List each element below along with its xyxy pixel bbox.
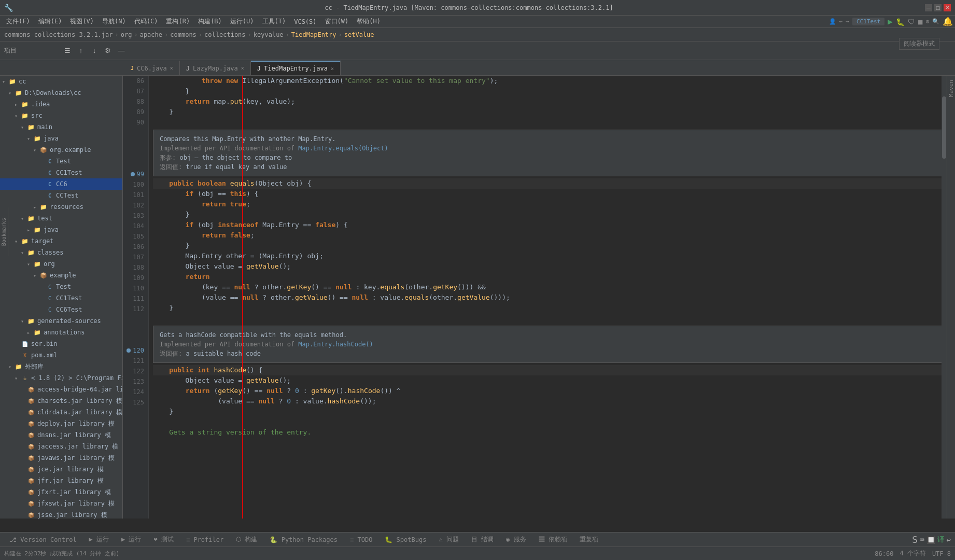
tree-item-example-classes[interactable]: ▾ 📦 example xyxy=(0,270,122,281)
bottom-tab-vc[interactable]: ⎇ Version Control xyxy=(4,535,82,544)
run-with-coverage[interactable]: 🛡 xyxy=(908,18,915,26)
tree-item-test-folder[interactable]: ▾ 📁 test xyxy=(0,213,122,224)
bottom-tab-duplicates[interactable]: 重复项 xyxy=(574,534,603,545)
menu-window[interactable]: 窗口(W) xyxy=(321,16,353,27)
bottom-tab-deps[interactable]: ☰ 依赖项 xyxy=(533,534,572,545)
tree-item-test[interactable]: C Test xyxy=(0,156,122,167)
bottom-tab-build[interactable]: ⬡ 构建 xyxy=(231,534,262,545)
bottom-tab-issues[interactable]: ⚠ 问题 xyxy=(433,534,464,545)
tree-item-deploy[interactable]: 📦 deploy.jar library 模 xyxy=(0,418,122,429)
tree-item-charsets[interactable]: 📦 charsets.jar library 模 xyxy=(0,395,122,407)
toolbar-settings[interactable]: ⚙ xyxy=(102,45,114,57)
menu-build[interactable]: 构建(B) xyxy=(194,16,226,27)
breadcrumb-tiedmapentry[interactable]: TiedMapEntry xyxy=(291,31,336,38)
tab-close-tiedmapentry[interactable]: × xyxy=(331,66,334,72)
bottom-tab-python[interactable]: 🐍 Python Packages xyxy=(264,535,343,544)
tree-item-src[interactable]: ▾ 📁 src xyxy=(0,110,122,121)
tab-cc6java[interactable]: J CC6.java × xyxy=(124,61,180,75)
bottom-tab-run2[interactable]: ▶ 运行 xyxy=(116,534,146,545)
toolbar-minimize[interactable]: — xyxy=(116,45,127,57)
maximize-button[interactable]: □ xyxy=(934,4,942,11)
scrollbar-thumb[interactable] xyxy=(942,96,946,159)
tree-item-jdk[interactable]: ▾ ☕ < 1.8 (2) > C:\Program Files\Java\jd… xyxy=(0,372,122,384)
menu-help[interactable]: 帮助(H) xyxy=(353,16,385,27)
tree-item-cc6[interactable]: C CC6 xyxy=(0,178,122,190)
return-icon[interactable]: ↩ xyxy=(947,536,951,544)
search-everywhere[interactable]: 🔍 xyxy=(932,18,939,25)
tree-item-annotations[interactable]: ▸ 📁 annotations xyxy=(0,327,122,338)
breadcrumb-commons[interactable]: commons xyxy=(170,31,196,38)
breadcrumb-keyvalue[interactable]: keyvalue xyxy=(254,31,284,38)
code-scrollbar[interactable] xyxy=(942,76,947,519)
layout-icon[interactable]: 🔲 xyxy=(926,536,935,544)
tree-item-dnsns[interactable]: 📦 dnsns.jar library 模 xyxy=(0,429,122,441)
maven-panel-tab[interactable]: Maven xyxy=(947,76,955,101)
code-area[interactable]: 86 87 88 89 90 99 100 101 102 103 104 xyxy=(123,76,947,519)
bottom-tab-debug[interactable]: 目 结调 xyxy=(466,534,499,545)
keyboard-shortcut-icon[interactable]: ⌨ xyxy=(920,536,924,544)
menu-tools[interactable]: 工具(T) xyxy=(258,16,290,27)
translate-icon[interactable]: 译 xyxy=(937,535,945,544)
breadcrumb-jar[interactable]: commons-collections-3.2.1.jar xyxy=(4,31,113,38)
code-content[interactable]: throw new IllegalArgumentException("Cann… xyxy=(149,76,947,519)
stop-button[interactable]: ■ xyxy=(918,18,922,26)
tree-item-jfxrt[interactable]: 📦 jfxrt.jar library 模 xyxy=(0,486,122,498)
settings-button[interactable]: ⚙ xyxy=(925,18,929,25)
tree-item-cc[interactable]: ▾ 📁 cc xyxy=(0,76,122,87)
tree-item-resources[interactable]: ▸ 📁 resources xyxy=(0,201,122,213)
tree-item-access-bridge[interactable]: 📦 access-bridge-64.jar library 模 xyxy=(0,384,122,395)
menu-vcs[interactable]: VCS(S) xyxy=(290,17,320,26)
tree-item-test-class[interactable]: C Test xyxy=(0,281,122,292)
bottom-tab-todo[interactable]: ≡ TODO xyxy=(345,535,377,544)
minimize-button[interactable]: ─ xyxy=(925,4,932,11)
tree-item-jaccess[interactable]: 📦 jaccess.jar library 模 xyxy=(0,441,122,452)
tree-item-cldrdata[interactable]: 📦 cldrdata.jar library 模 xyxy=(0,407,122,418)
tree-item-org-example[interactable]: ▾ 📦 org.example xyxy=(0,144,122,156)
run-config-label[interactable]: CC1Test xyxy=(852,18,884,25)
menu-refactor[interactable]: 重构(R) xyxy=(162,16,194,27)
tree-item-cctest[interactable]: C CCTest xyxy=(0,190,122,201)
breadcrumb-setvalue[interactable]: setValue xyxy=(344,31,374,38)
menu-code[interactable]: 代码(C) xyxy=(130,16,162,27)
user-icon[interactable]: 👤 xyxy=(829,18,836,25)
tab-lazymapjava[interactable]: J LazyMap.java × xyxy=(180,61,251,75)
code-editor[interactable]: 86 87 88 89 90 99 100 101 102 103 104 xyxy=(123,76,947,519)
tree-item-cc1test[interactable]: C CC1Test xyxy=(0,167,122,178)
tree-item-cc-path[interactable]: ▾ 📁 D:\Downloads\cc xyxy=(0,87,122,99)
tree-item-jsse[interactable]: 📦 jsse.jar library 模 xyxy=(0,509,122,519)
menu-view[interactable]: 视图(V) xyxy=(66,16,98,27)
bottom-tab-run1[interactable]: ▶ 运行 xyxy=(84,534,114,545)
menu-run[interactable]: 运行(U) xyxy=(226,16,258,27)
tree-item-target[interactable]: ▾ 📁 target xyxy=(0,235,122,247)
tree-item-javaws[interactable]: 📦 javaws.jar library 模 xyxy=(0,452,122,464)
toolbar-down[interactable]: ↓ xyxy=(89,45,100,57)
breadcrumb-apache[interactable]: apache xyxy=(140,31,162,38)
toolbar-structure[interactable]: ☰ xyxy=(62,45,73,57)
tab-tiedmapentry[interactable]: J TiedMapEntry.java × xyxy=(251,61,341,75)
tree-item-idea[interactable]: ▸ 📁 .idea xyxy=(0,99,122,110)
bookmarks-sidebar[interactable]: Bookmarks xyxy=(0,207,8,256)
back-button[interactable]: ← xyxy=(839,18,843,25)
tree-item-jfxswt[interactable]: 📦 jfxswt.jar library 模 xyxy=(0,498,122,509)
bottom-tab-spotbugs[interactable]: 🐛 SpotBugs xyxy=(380,535,431,544)
tree-item-cc6test-class[interactable]: C CC6Test xyxy=(0,304,122,315)
menu-edit[interactable]: 编辑(E) xyxy=(34,16,66,27)
tree-item-jce[interactable]: 📦 jce.jar library 模 xyxy=(0,464,122,475)
tree-item-classes[interactable]: ▾ 📁 classes xyxy=(0,247,122,258)
tree-item-org[interactable]: ▾ 📁 org xyxy=(0,258,122,270)
tree-item-generated[interactable]: ▾ 📁 generated-sources xyxy=(0,315,122,327)
bottom-tab-test[interactable]: ❤ 测试 xyxy=(149,534,179,545)
close-button[interactable]: ✕ xyxy=(944,4,951,11)
breadcrumb-collections[interactable]: collections xyxy=(204,31,245,38)
breadcrumb-org[interactable]: org xyxy=(121,31,132,38)
reader-mode-button[interactable]: 阅读器模式 xyxy=(899,38,939,50)
bottom-tab-services[interactable]: ◉ 服务 xyxy=(501,534,531,545)
tree-item-main[interactable]: ▾ 📁 main xyxy=(0,121,122,133)
sonar-icon[interactable]: S xyxy=(912,534,918,545)
debug-button[interactable]: 🐛 xyxy=(896,18,905,26)
tree-item-ser-bin[interactable]: 📄 ser.bin xyxy=(0,338,122,349)
tree-item-java-test[interactable]: ▸ 📁 java xyxy=(0,224,122,235)
tree-item-pom-xml[interactable]: X pom.xml xyxy=(0,349,122,361)
tree-item-external-libs[interactable]: ▾ 📁 外部库 xyxy=(0,361,122,372)
forward-button[interactable]: → xyxy=(846,18,849,25)
